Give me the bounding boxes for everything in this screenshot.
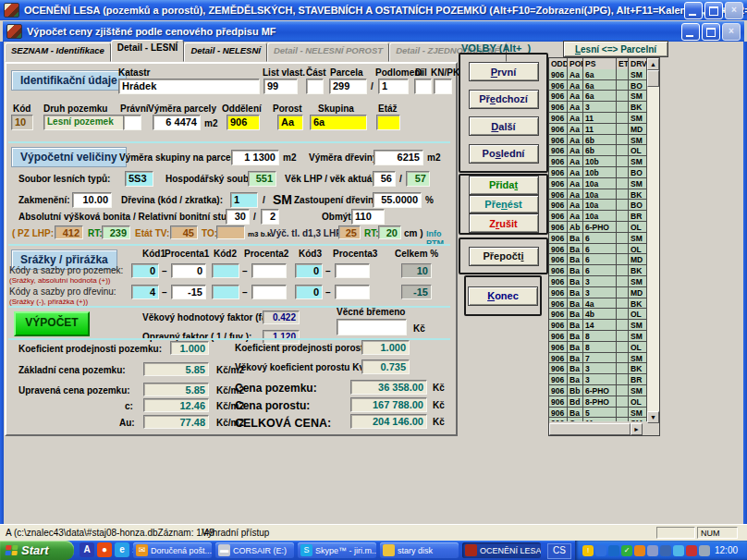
vypocet-button[interactable]: VÝPOČET xyxy=(14,311,90,336)
table-row[interactable]: 906Ba5SM xyxy=(549,408,647,419)
dil-field[interactable] xyxy=(414,79,432,94)
minimize-icon[interactable] xyxy=(684,2,703,19)
vecne-bremeno-field[interactable] xyxy=(337,319,407,335)
table-row[interactable]: 906Ba4bOL xyxy=(549,309,647,320)
parcela-field[interactable]: 299 xyxy=(329,79,367,94)
table-row[interactable]: 906Aa10aBR xyxy=(549,211,647,222)
tab-3[interactable]: Detail - NELESNÍ xyxy=(184,43,267,62)
tray-update-icon[interactable] xyxy=(595,545,606,556)
table-row[interactable]: 906Bb6-PHOSM xyxy=(549,385,647,396)
quicklaunch-app-icon[interactable]: A xyxy=(80,542,94,557)
table-row[interactable]: 906Ba8SM xyxy=(549,331,647,342)
child-close-icon[interactable]: × xyxy=(722,23,741,41)
table-row[interactable]: 906Ba3MD xyxy=(549,287,647,298)
drevina-kod3-field[interactable]: 0 xyxy=(295,285,323,299)
recalculate-button[interactable]: Přepočti xyxy=(469,247,539,266)
table-row[interactable]: 906Bd8-PHOOL xyxy=(549,396,647,408)
porost-field[interactable]: Aa xyxy=(277,115,303,130)
scroll-down-icon[interactable]: ▼ xyxy=(647,411,659,423)
obmyti-field[interactable]: 110 xyxy=(351,209,385,225)
bonita-abs-field[interactable]: 30 xyxy=(226,209,250,225)
vymera-dreviny-field[interactable]: 6215 xyxy=(374,150,423,165)
table-row[interactable]: 906Aa6bOL xyxy=(549,145,647,156)
oddeleni-field[interactable]: 906 xyxy=(227,115,260,130)
tray-volume-icon[interactable] xyxy=(647,545,658,556)
table-row[interactable]: 906Ba3BK xyxy=(549,363,647,374)
vertical-scrollbar[interactable] xyxy=(647,58,659,423)
next-record-button[interactable]: Další xyxy=(469,116,539,136)
restore-icon[interactable] xyxy=(704,2,723,19)
child-restore-icon[interactable] xyxy=(702,23,720,41)
child-minimize-icon[interactable] xyxy=(681,23,700,41)
table-row[interactable]: 906Aa6aSM xyxy=(549,91,647,102)
quicklaunch-ie-icon[interactable]: e xyxy=(115,542,129,557)
vymera-skupiny-field[interactable]: 1 1300 xyxy=(231,150,279,165)
table-row[interactable]: 906Ba8OL xyxy=(549,342,647,353)
pravni-field[interactable] xyxy=(123,115,141,130)
last-record-button[interactable]: Poslední xyxy=(469,144,539,164)
table-row[interactable]: 906Aa11SM xyxy=(549,113,647,124)
etaz-field[interactable] xyxy=(376,115,400,130)
table-row[interactable]: 906Aa10bSM xyxy=(549,156,647,167)
tray-messenger-icon[interactable] xyxy=(634,545,645,556)
tray-bluetooth-icon[interactable] xyxy=(608,545,619,556)
zakmeneni-field[interactable]: 10.00 xyxy=(72,192,112,208)
add-button[interactable]: Přidat xyxy=(469,176,539,195)
table-row[interactable]: 906Ab6-PHOOL xyxy=(549,222,647,233)
pozemek-proc2-field[interactable] xyxy=(251,263,287,278)
list-vlast-field[interactable]: 99 xyxy=(263,79,298,94)
drevina-kod2-field[interactable] xyxy=(212,285,239,299)
delete-button[interactable]: Zrušit xyxy=(469,213,539,233)
katastr-field[interactable]: Hrádek xyxy=(118,79,260,94)
slt-field[interactable]: 5S3 xyxy=(125,171,153,187)
drevina-proc3-field[interactable] xyxy=(335,285,370,299)
table-row[interactable]: 906Aa10aBK xyxy=(549,189,647,201)
horizontal-scroll-thumb[interactable] xyxy=(549,423,631,435)
table-row[interactable]: 906Ba7SM xyxy=(549,353,647,364)
knpk-field[interactable] xyxy=(434,79,452,94)
scroll-up-icon[interactable]: ▲ xyxy=(647,58,659,70)
table-row[interactable]: 906Aa6aSM xyxy=(549,69,647,80)
task-inbox[interactable]: ✉Doručená pošt... xyxy=(133,542,212,558)
table-row[interactable]: 906Aa10bBO xyxy=(549,167,647,178)
table-row[interactable]: 906Aa10aSM xyxy=(549,178,647,189)
table-row[interactable]: 906Ba6OL xyxy=(549,244,647,255)
tray-network-icon[interactable] xyxy=(660,545,671,556)
task-oceneni-lesa[interactable]: OCENĚNÍ LESA... xyxy=(462,542,541,558)
bonita-rel-field[interactable]: 2 xyxy=(261,209,279,225)
transfer-button[interactable]: Přenést xyxy=(469,195,539,214)
vek-lhp-field[interactable]: 56 xyxy=(373,171,396,187)
tray-windows-icon[interactable] xyxy=(686,545,697,556)
table-row[interactable]: 906Aa11MD xyxy=(549,124,647,135)
table-row[interactable]: 906Aa3BK xyxy=(549,102,647,113)
tab-1[interactable]: SEZNAM - Identifikace xyxy=(5,43,111,62)
drevina-kod1-field[interactable]: 4 xyxy=(131,285,159,299)
tray-usb-icon[interactable] xyxy=(699,545,710,556)
first-record-button[interactable]: První xyxy=(469,62,539,81)
pozemek-proc3-field[interactable] xyxy=(335,263,370,278)
task-corsair-drive[interactable]: ▬CORSAIR (E:) xyxy=(215,542,294,558)
table-row[interactable]: 906Ba14SM xyxy=(549,320,647,331)
pozemek-proc1-field[interactable]: 0 xyxy=(171,263,206,278)
language-indicator[interactable]: CS xyxy=(547,543,571,559)
scroll-right-icon[interactable]: ► xyxy=(631,423,643,435)
drevina-kod-field[interactable]: 1 xyxy=(230,192,258,208)
table-row[interactable]: 906Ca11SM xyxy=(549,418,647,421)
tray-antivirus-icon[interactable]: ✓ xyxy=(621,545,632,556)
zastoupeni-field[interactable]: 55.0000 xyxy=(373,192,422,208)
tray-security-shield-icon[interactable]: ! xyxy=(582,545,594,556)
pozemek-kod2-field[interactable] xyxy=(212,263,239,278)
table-row[interactable]: 906Ba6MD xyxy=(549,254,647,265)
table-row[interactable]: 906Aa10aBO xyxy=(549,200,647,211)
start-button[interactable]: Start xyxy=(0,541,74,560)
tray-display-icon[interactable] xyxy=(673,545,684,556)
lesni-parcelni-toggle-button[interactable]: Lesní <=> Parcelní xyxy=(563,41,668,57)
table-row[interactable]: 906Ba3BR xyxy=(549,374,647,385)
pozemek-kod1-field[interactable]: 0 xyxy=(131,263,159,278)
table-row[interactable]: 906Ba6BK xyxy=(549,265,647,276)
close-icon[interactable]: × xyxy=(725,2,743,19)
table-row[interactable]: 906Ba4aBK xyxy=(549,298,647,310)
exit-button[interactable]: Konec xyxy=(468,286,538,306)
tab-2[interactable]: Detail - LESNÍ xyxy=(111,40,185,62)
pozemek-kod3-field[interactable]: 0 xyxy=(295,263,323,278)
